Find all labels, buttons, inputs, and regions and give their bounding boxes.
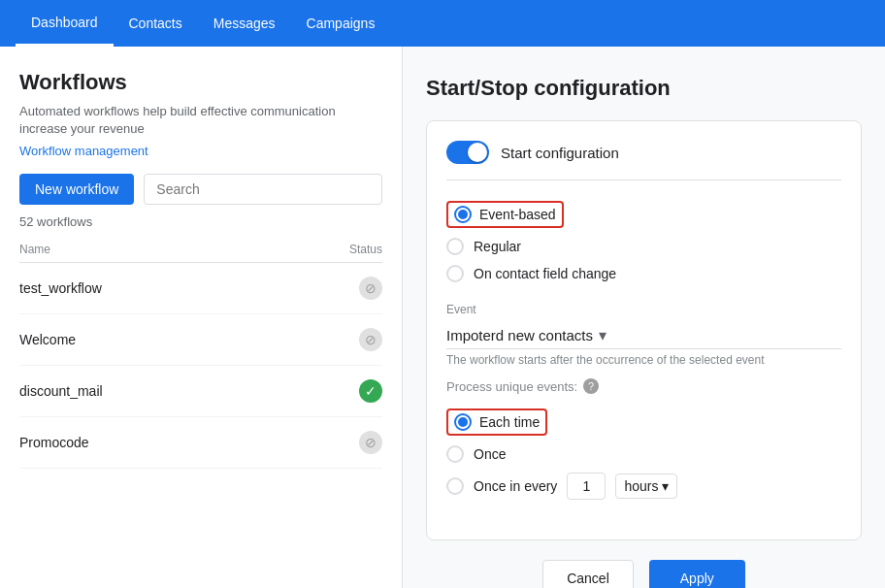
nav-messages[interactable]: Messages — [198, 0, 291, 47]
workflows-description: Automated workflows help build effective… — [19, 103, 382, 138]
process-options-group: Each time Once Once in every hours ▾ — [446, 404, 841, 505]
radio-circle-once — [446, 445, 464, 463]
workflow-name: discount_mail — [19, 383, 103, 399]
toggle-row: Start configuration — [446, 141, 841, 180]
table-header: Name Status — [19, 237, 382, 263]
top-navigation: Dashboard Contacts Messages Campaigns — [0, 0, 885, 47]
radio-once[interactable]: Once — [446, 441, 841, 468]
apply-button[interactable]: Apply — [649, 560, 745, 588]
workflow-name: test_workflow — [19, 280, 102, 296]
table-row[interactable]: Promocode ⊘ — [19, 417, 382, 469]
workflow-name: Welcome — [19, 332, 76, 347]
process-unique-row: Process unique events: ? — [446, 378, 841, 394]
toggle-thumb — [468, 143, 487, 162]
radio-event-based[interactable]: Event-based — [446, 196, 841, 233]
radio-label-once-every: Once in every — [474, 478, 557, 494]
radio-each-time[interactable]: Each time — [446, 404, 841, 441]
radio-circle-regular — [446, 238, 464, 255]
table-row[interactable]: discount_mail ✓ — [19, 366, 382, 417]
new-workflow-button[interactable]: New workflow — [19, 174, 134, 205]
radio-circle-event-based — [454, 206, 472, 223]
status-icon-active: ✓ — [359, 379, 382, 403]
help-icon[interactable]: ? — [583, 378, 599, 394]
workflow-name: Promocode — [19, 435, 89, 450]
workflow-type-group: Event-based Regular On contact field cha… — [446, 196, 841, 287]
radio-once-every[interactable]: Once in every hours ▾ — [446, 468, 841, 505]
status-icon-disabled: ⊘ — [359, 328, 382, 351]
radio-circle-once-every — [446, 477, 464, 495]
event-dropdown[interactable]: Impoterd new contacts ▾ — [446, 322, 841, 349]
radio-label-each-time: Each time — [479, 414, 540, 430]
each-time-highlight: Each time — [446, 408, 547, 436]
radio-label-contact-field: On contact field change — [474, 266, 616, 281]
search-input[interactable] — [144, 174, 382, 205]
top-controls: New workflow — [19, 174, 382, 205]
right-panel: Start/Stop configuration Start configura… — [403, 47, 885, 588]
column-name: Name — [19, 243, 50, 256]
radio-label-regular: Regular — [474, 239, 521, 254]
column-status: Status — [349, 243, 382, 256]
radio-contact-field[interactable]: On contact field change — [446, 260, 841, 287]
modal-title: Start/Stop configuration — [426, 76, 862, 101]
event-helper-text: The workflow starts after the occurrence… — [446, 353, 841, 367]
hours-input[interactable] — [567, 473, 606, 500]
modal-footer: Cancel Apply — [426, 560, 862, 588]
status-icon-disabled: ⊘ — [359, 431, 382, 454]
left-panel: Workflows Automated workflows help build… — [0, 47, 403, 588]
hours-chevron-icon: ▾ — [662, 478, 669, 494]
process-label: Process unique events: — [446, 379, 577, 394]
hours-unit-label: hours — [624, 478, 658, 494]
status-icon-disabled: ⊘ — [359, 277, 382, 300]
cancel-button[interactable]: Cancel — [542, 560, 634, 588]
hours-dropdown[interactable]: hours ▾ — [615, 474, 677, 499]
toggle-label: Start configuration — [501, 145, 619, 161]
table-row[interactable]: test_workflow ⊘ — [19, 263, 382, 314]
nav-dashboard[interactable]: Dashboard — [16, 0, 114, 47]
event-field-label: Event — [446, 303, 841, 316]
workflow-count: 52 workflows — [19, 214, 382, 229]
chevron-down-icon: ▾ — [599, 326, 606, 344]
nav-campaigns[interactable]: Campaigns — [291, 0, 391, 47]
once-every-row: Once in every hours ▾ — [474, 473, 677, 500]
main-layout: Workflows Automated workflows help build… — [0, 47, 885, 588]
nav-contacts[interactable]: Contacts — [114, 0, 198, 47]
radio-label-once: Once — [474, 446, 506, 462]
radio-circle-each-time — [454, 413, 472, 431]
radio-label-event-based: Event-based — [479, 207, 556, 222]
radio-circle-contact-field — [446, 265, 464, 282]
start-config-toggle[interactable] — [446, 141, 489, 164]
config-card: Start configuration Event-based Regular — [426, 120, 862, 540]
event-value: Impoterd new contacts — [446, 327, 593, 343]
event-based-highlight: Event-based — [446, 201, 564, 228]
page-title: Workflows — [19, 70, 382, 95]
workflow-management-link[interactable]: Workflow management — [19, 144, 382, 158]
table-row[interactable]: Welcome ⊘ — [19, 314, 382, 366]
radio-regular[interactable]: Regular — [446, 233, 841, 260]
